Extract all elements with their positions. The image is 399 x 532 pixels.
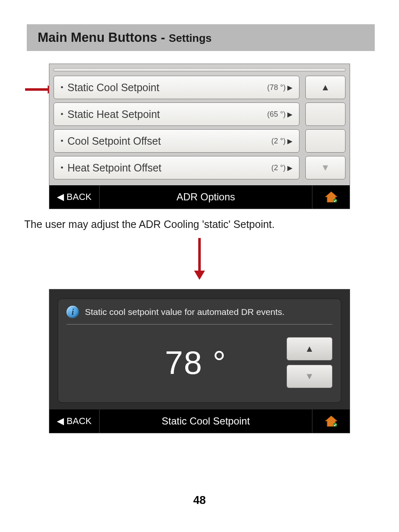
callout-arrow-down-icon	[194, 238, 205, 280]
adr-options-screen: • Static Cool Setpoint (78 °) ▶ • Static…	[49, 64, 350, 209]
bottom-bar: ◀ BACK Static Cool Setpoint	[49, 409, 350, 433]
triangle-left-icon: ◀	[57, 192, 64, 202]
list-item-static-cool-setpoint[interactable]: • Static Cool Setpoint (78 °) ▶	[54, 76, 299, 99]
setpoint-value: 78 °	[66, 344, 275, 382]
back-label: BACK	[66, 192, 92, 202]
list-item-label: Heat Setpoint Offset	[67, 162, 271, 174]
scroll-buttons: ▲ ▼	[305, 76, 345, 179]
scroll-indicator	[54, 68, 345, 72]
home-button[interactable]	[312, 185, 350, 209]
list-item-value: (2 °)	[271, 164, 286, 172]
list-item-heat-setpoint-offset[interactable]: • Heat Setpoint Offset (2 °) ▶	[54, 156, 299, 179]
chevron-right-icon: ▶	[287, 110, 292, 118]
settings-list: • Static Cool Setpoint (78 °) ▶ • Static…	[54, 76, 299, 179]
increase-button[interactable]: ▲	[286, 337, 332, 361]
value-row: 78 ° ▲ ▼	[66, 325, 332, 392]
back-button[interactable]: ◀ BACK	[49, 185, 100, 209]
bullet-icon: •	[61, 83, 63, 92]
value-stepper: ▲ ▼	[286, 337, 332, 388]
setpoint-panel: i Static cool setpoint value for automat…	[58, 299, 341, 403]
screen-title: Static Cool Setpoint	[100, 415, 312, 427]
scroll-spacer	[305, 102, 345, 126]
bottom-bar: ◀ BACK ADR Options	[49, 185, 350, 209]
list-item-label: Static Heat Setpoint	[67, 108, 267, 120]
page-header: Main Menu Buttons - Settings	[27, 24, 375, 51]
triangle-up-icon: ▲	[305, 343, 314, 354]
list-item-value: (2 °)	[271, 137, 286, 146]
info-text: Static cool setpoint value for automated…	[85, 307, 284, 317]
screen-title: ADR Options	[100, 191, 312, 203]
triangle-down-icon: ▼	[305, 371, 314, 382]
scroll-up-button[interactable]: ▲	[305, 76, 345, 99]
list-item-value: (78 °)	[267, 83, 286, 92]
info-row: i Static cool setpoint value for automat…	[66, 306, 332, 325]
header-separator: -	[157, 30, 169, 45]
triangle-up-icon: ▲	[321, 82, 330, 93]
triangle-down-icon: ▼	[321, 162, 330, 173]
svg-marker-5	[194, 271, 205, 280]
list-item-cool-setpoint-offset[interactable]: • Cool Setpoint Offset (2 °) ▶	[54, 129, 299, 153]
header-subtitle: Settings	[169, 32, 212, 44]
chevron-right-icon: ▶	[287, 137, 292, 145]
home-icon	[325, 416, 338, 427]
caption-text: The user may adjust the ADR Cooling 'sta…	[24, 218, 399, 230]
bullet-icon: •	[61, 164, 63, 172]
header-title: Main Menu Buttons	[38, 30, 157, 45]
back-button[interactable]: ◀ BACK	[49, 409, 100, 433]
chevron-right-icon: ▶	[287, 164, 292, 172]
bullet-icon: •	[61, 137, 63, 146]
scroll-down-button[interactable]: ▼	[305, 156, 345, 179]
info-icon: i	[66, 306, 79, 318]
back-label: BACK	[66, 416, 92, 427]
home-icon	[325, 192, 338, 202]
decrease-button[interactable]: ▼	[286, 365, 332, 388]
scroll-spacer	[305, 129, 345, 153]
home-button[interactable]	[312, 409, 350, 433]
triangle-left-icon: ◀	[57, 416, 64, 427]
page-number: 48	[0, 494, 399, 507]
list-item-static-heat-setpoint[interactable]: • Static Heat Setpoint (65 °) ▶	[54, 102, 299, 126]
bullet-icon: •	[61, 110, 63, 119]
static-cool-setpoint-screen: i Static cool setpoint value for automat…	[49, 289, 350, 433]
chevron-right-icon: ▶	[287, 84, 292, 92]
list-item-label: Cool Setpoint Offset	[67, 135, 271, 147]
list-item-value: (65 °)	[267, 110, 286, 119]
list-item-label: Static Cool Setpoint	[67, 82, 267, 94]
